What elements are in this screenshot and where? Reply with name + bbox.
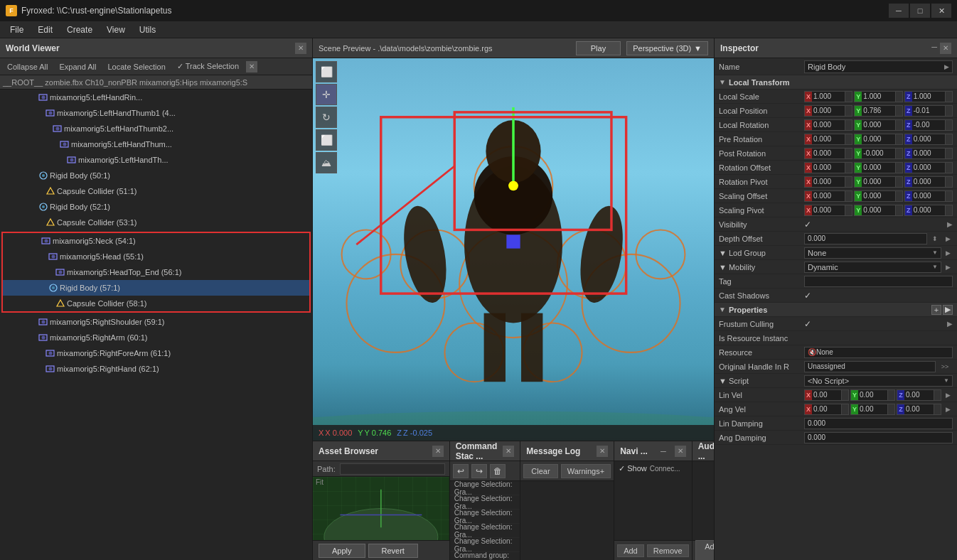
z-spinner[interactable]: [945, 149, 952, 158]
scale-pivot-y-input[interactable]: [862, 206, 894, 214]
pre-rot-y[interactable]: Y: [854, 134, 902, 145]
local-scale-y-input[interactable]: [862, 92, 894, 100]
depth-offset-input[interactable]: 0.000: [804, 233, 927, 244]
cast-shadows-check[interactable]: ✓: [804, 291, 811, 301]
local-pos-y[interactable]: Y: [854, 105, 902, 117]
pre-rot-x-input[interactable]: [812, 135, 845, 143]
local-rot-y-input[interactable]: [862, 121, 894, 129]
lin-damping-input[interactable]: 0.000: [804, 418, 953, 429]
collapse-all-button[interactable]: Collapse All: [3, 61, 52, 72]
x-spinner[interactable]: [845, 149, 852, 158]
local-rot-y[interactable]: Y: [854, 119, 902, 131]
tree-item[interactable]: mixamorig5:LeftHandThumb2...: [0, 121, 312, 136]
x-spinner[interactable]: [841, 404, 848, 414]
tree-item[interactable]: mixamorig5:Neck (54:1): [3, 233, 309, 249]
y-spinner[interactable]: [895, 120, 902, 130]
asset-browser-close[interactable]: ✕: [432, 446, 444, 457]
minimize-inspector[interactable]: ─: [931, 43, 937, 54]
tree-item[interactable]: Capsule Collider (53:1): [0, 215, 312, 230]
local-pos-z[interactable]: Z: [904, 105, 953, 117]
tree-item[interactable]: mixamorig5:LeftHandThumb1 (4...: [0, 105, 312, 121]
apply-button[interactable]: Apply: [319, 544, 365, 558]
post-rot-x-input[interactable]: [812, 149, 845, 157]
tree-item[interactable]: Rigid Body (50:1): [0, 168, 312, 183]
world-viewer-close[interactable]: ✕: [295, 43, 306, 54]
ang-vel-x-input[interactable]: [812, 405, 841, 413]
rot-offset-y[interactable]: Y: [854, 162, 902, 173]
scale-offset-y-input[interactable]: [862, 192, 894, 200]
ang-damping-input[interactable]: 0.000: [804, 432, 953, 443]
tree-item[interactable]: Rigid Body (57:1): [3, 280, 309, 296]
z-spinner[interactable]: [945, 120, 952, 130]
menu-edit[interactable]: Edit: [31, 23, 60, 36]
x-spinner[interactable]: [845, 120, 852, 130]
minimize-nav[interactable]: ─: [661, 447, 666, 456]
x-spinner[interactable]: [845, 205, 852, 215]
expand-all-button[interactable]: Expand All: [55, 61, 100, 72]
name-value-box[interactable]: Rigid Body ▶: [804, 60, 953, 73]
properties-add-button[interactable]: +: [931, 305, 941, 315]
rot-pivot-y[interactable]: Y: [854, 176, 902, 188]
y-spinner[interactable]: [895, 191, 902, 201]
z-spinner[interactable]: [945, 106, 952, 116]
menu-utils[interactable]: Utils: [132, 23, 163, 36]
move-tool-button[interactable]: ✛: [316, 84, 337, 105]
clear-button[interactable]: Clear: [523, 464, 557, 478]
y-spinner[interactable]: [887, 390, 894, 400]
rot-pivot-x[interactable]: X: [804, 176, 852, 188]
post-rot-y[interactable]: Y: [854, 148, 902, 159]
lod-group-dropdown[interactable]: None ▼: [804, 247, 941, 259]
clear-cmd-button[interactable]: 🗑: [490, 464, 506, 478]
ang-vel-z[interactable]: Z: [897, 404, 941, 415]
y-spinner[interactable]: [895, 149, 902, 158]
tree-item[interactable]: mixamorig5:Head (55:1): [3, 249, 309, 264]
scale-offset-x[interactable]: X: [804, 190, 852, 202]
post-rot-z[interactable]: Z: [904, 148, 953, 159]
visibility-check[interactable]: ✓: [804, 220, 811, 230]
lin-vel-y-input[interactable]: [858, 391, 887, 399]
pre-rot-z[interactable]: Z: [904, 134, 953, 145]
z-spinner[interactable]: [945, 163, 952, 173]
post-rot-z-input[interactable]: [912, 149, 945, 157]
tree-item[interactable]: mixamorig5:LeftHandTh...: [0, 152, 312, 168]
redo-button[interactable]: ↪: [471, 464, 487, 478]
cmd-list[interactable]: Change Selection: Gra... Change Selectio…: [450, 481, 520, 560]
tree-content[interactable]: mixamorig5:LeftHandRin...mixamorig5:Left…: [0, 90, 312, 560]
x-spinner[interactable]: [845, 177, 852, 187]
menu-create[interactable]: Create: [60, 23, 100, 36]
z-spinner[interactable]: [945, 177, 952, 187]
inspector-content[interactable]: Name Rigid Body ▶ ▼ Local Transform Loca…: [715, 58, 957, 560]
tree-item[interactable]: Capsule Collider (51:1): [0, 183, 312, 199]
lin-vel-z[interactable]: Z: [897, 389, 941, 401]
scale-pivot-y[interactable]: Y: [854, 205, 902, 216]
tree-item[interactable]: Capsule Collider (58:1): [3, 296, 309, 311]
rot-offset-x[interactable]: X: [804, 162, 852, 173]
scale-pivot-x-input[interactable]: [812, 206, 845, 214]
local-scale-x[interactable]: X: [804, 91, 852, 102]
y-spinner[interactable]: [895, 92, 902, 102]
local-rot-z-input[interactable]: [912, 121, 945, 129]
properties-section[interactable]: ▼ Properties + ▶: [715, 303, 957, 317]
scale-pivot-z-input[interactable]: [912, 206, 945, 214]
tree-item[interactable]: mixamorig5:HeadTop_End (56:1): [3, 264, 309, 280]
mobility-dropdown[interactable]: Dynamic ▼: [804, 262, 941, 273]
tree-item[interactable]: Rigid Body (52:1): [0, 199, 312, 215]
ang-vel-y-input[interactable]: [858, 405, 887, 413]
rotate-tool-button[interactable]: ↻: [316, 107, 337, 128]
local-pos-z-input[interactable]: [912, 107, 945, 114]
z-spinner[interactable]: [945, 191, 952, 201]
tree-item[interactable]: mixamorig5:RightForeArm (61:1): [0, 345, 312, 361]
rot-pivot-z-input[interactable]: [912, 178, 945, 185]
local-transform-section[interactable]: ▼ Local Transform: [715, 75, 957, 90]
scale-offset-x-input[interactable]: [812, 192, 845, 200]
local-scale-x-input[interactable]: [812, 92, 845, 100]
z-spinner[interactable]: [945, 92, 952, 102]
minimize-button[interactable]: ─: [889, 4, 909, 18]
scene-viewport[interactable]: ⬜ ✛ ↻ ⬜ ⛰: [313, 58, 714, 441]
pre-rot-z-input[interactable]: [912, 135, 945, 143]
rot-pivot-x-input[interactable]: [812, 178, 845, 185]
y-spinner[interactable]: [887, 404, 894, 414]
revert-button[interactable]: Revert: [368, 544, 418, 558]
ang-vel-y[interactable]: Y: [850, 404, 895, 415]
command-stack-close[interactable]: ✕: [503, 446, 514, 457]
